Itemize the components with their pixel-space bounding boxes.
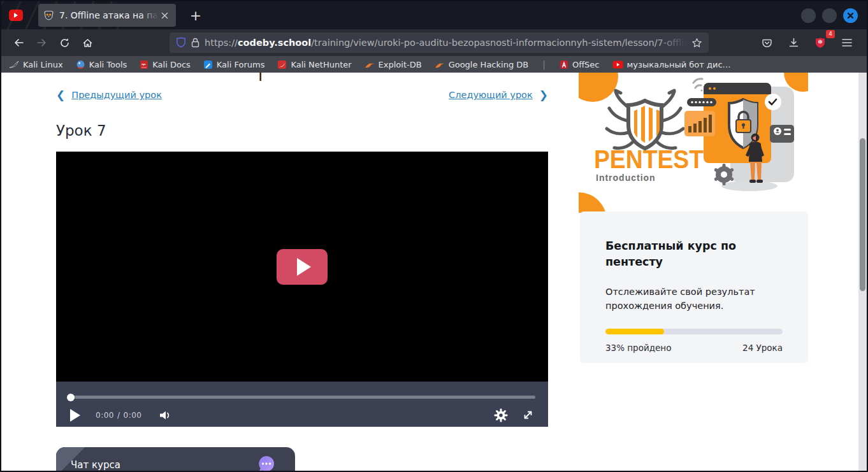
close-button[interactable] [843,8,858,23]
chevron-left-icon: ❮ [56,89,65,101]
minimize-button[interactable] [801,8,816,23]
lessons-count-label: 24 Урока [742,343,783,353]
kali-dragon-icon [9,60,19,69]
scrollbar-thumb[interactable] [860,138,865,291]
orange-blob [579,73,618,102]
video-controls-bar: 0:00 / 0:00 [56,382,548,427]
browser-window: 7. Offline атака на пароли + [0,0,868,472]
url-domain: codeby.school [238,38,311,48]
bookmarks-separator: | [541,59,547,69]
bookmarks-bar: Kali Linux Kali Tools Kali Docs Kali For… [1,56,867,73]
bookmark-kali-nethunter[interactable]: Kali NetHunter [277,60,351,69]
title-bar: 7. Offline атака на пароли + [1,1,867,29]
tab-close-icon[interactable] [158,9,171,22]
browser-tab-active[interactable]: 7. Offline атака на пароли [38,4,176,27]
pentest-spider-logo [607,90,683,148]
progress-percent-label: 33% пройдено [605,343,671,353]
back-button[interactable] [8,32,29,53]
url-text[interactable]: https://codeby.school/training/view/urok… [205,38,686,48]
codeby-owl-favicon-icon [43,10,54,21]
duration: 0:00 [124,411,142,420]
volume-button[interactable] [158,409,172,422]
page-content: ❮ Предыдущий урок Следующий урок ❯ Урок … [1,73,867,471]
seek-bar[interactable] [68,396,535,399]
gear-icon [494,408,508,422]
tab-title: 7. Offline атака на пароли [59,10,158,20]
time-separator: / [117,411,120,420]
clipped-heading-remnant [259,73,261,81]
video-player: 0:00 / 0:00 [56,152,548,427]
bookmark-kali-forums[interactable]: Kali Forums [203,60,265,69]
maximize-button[interactable] [822,8,837,23]
kali-docs-icon [140,60,148,69]
video-display[interactable] [56,152,548,382]
seek-knob[interactable] [67,394,75,401]
forward-button[interactable] [31,32,52,53]
hamburger-menu-icon [842,38,852,47]
chevron-right-icon: ❯ [539,89,548,101]
progress-card-description: Отслеживайте свой результат прохождения … [605,285,783,313]
play-button[interactable] [70,409,80,422]
bookmark-music-bot[interactable]: музыкальный бот дис… [612,60,731,69]
bookmark-kali-docs[interactable]: Kali Docs [140,60,191,69]
current-time: 0:00 [96,411,114,420]
back-icon [13,38,24,48]
kali-forums-icon [203,60,213,69]
fullscreen-icon [522,409,534,421]
adblock-button[interactable]: 4 [809,32,831,53]
fullscreen-button[interactable] [522,409,534,421]
forward-icon [36,38,47,48]
bookmark-kali-tools[interactable]: Kali Tools [76,60,127,69]
play-icon [297,258,311,276]
lock-icon [191,38,199,48]
security-illustration [684,79,794,191]
youtube-icon[interactable] [9,10,23,21]
banner-brand: PENTEST [594,145,704,173]
bookmark-kali-linux[interactable]: Kali Linux [9,60,63,69]
download-icon [788,38,799,48]
kali-nethunter-icon [277,60,287,69]
kali-tools-icon [76,60,85,69]
chat-title: Чат курса [71,459,120,471]
course-sidebar: PENTEST Introduction [579,73,808,213]
bookmark-exploit-db[interactable]: Exploit-DB [365,60,422,69]
bookmark-offsec[interactable]: OffSec [560,60,600,69]
reload-icon [59,38,70,48]
page-scrollbar[interactable] [858,73,867,471]
adblock-shield-icon [814,37,826,48]
youtube-icon [612,61,623,69]
progress-fill [605,329,664,334]
exploit-db-bird-icon [365,61,375,69]
bookmark-google-hacking-db[interactable]: Google Hacking DB [435,60,529,69]
url-bar[interactable]: https://codeby.school/training/view/urok… [170,32,709,53]
pocket-button[interactable] [756,32,778,53]
lesson-title: Урок 7 [56,122,106,139]
time-display: 0:00 / 0:00 [96,411,141,420]
course-chat-card[interactable]: Чат курса [56,447,295,471]
bookmark-star-icon[interactable] [691,38,702,48]
tracking-protection-shield-icon[interactable] [176,37,186,48]
downloads-button[interactable] [783,32,804,53]
url-path: /training/view/uroki-po-auditu-bezopasno… [311,38,686,48]
menu-button[interactable] [836,32,858,53]
reload-button[interactable] [54,32,75,53]
next-lesson-link[interactable]: Следующий урок ❯ [449,89,548,101]
offsec-icon [560,60,568,69]
new-tab-button[interactable]: + [186,6,205,25]
course-banner-illustration: PENTEST Introduction [579,73,808,213]
previous-lesson-link[interactable]: ❮ Предыдущий урок [56,89,162,101]
home-button[interactable] [76,32,98,53]
chat-bubble-icon [257,455,276,471]
progress-bar [605,329,783,334]
settings-button[interactable] [494,408,508,422]
home-icon [82,38,93,48]
toolbar-right-icons: 4 [756,32,858,53]
window-controls [801,8,858,23]
course-progress-card: Бесплатный курс по пентесту Отслеживайте… [580,211,808,363]
volume-icon [158,409,172,422]
lesson-navigation: ❮ Предыдущий урок Следующий урок ❯ [56,89,548,101]
banner-subtitle: Introduction [596,173,656,183]
adblock-badge: 4 [826,30,835,38]
big-play-button[interactable] [277,249,328,285]
navigation-toolbar: https://codeby.school/training/view/urok… [1,29,867,56]
